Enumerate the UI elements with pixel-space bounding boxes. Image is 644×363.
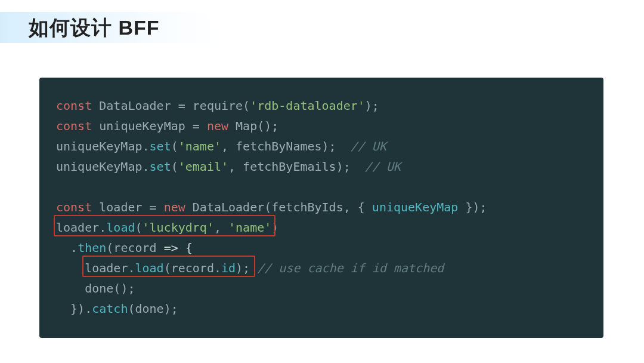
keyword-const: const bbox=[56, 99, 92, 113]
title-part-cn: 如何设计 BFF bbox=[29, 16, 160, 39]
code-content: const DataLoader = require('rdb-dataload… bbox=[56, 96, 587, 319]
code-block: const DataLoader = require('rdb-dataload… bbox=[39, 78, 603, 338]
slide-title-bar: 如何设计 BFF bbox=[0, 12, 644, 43]
slide-title: 如何设计 BFF bbox=[29, 14, 160, 42]
